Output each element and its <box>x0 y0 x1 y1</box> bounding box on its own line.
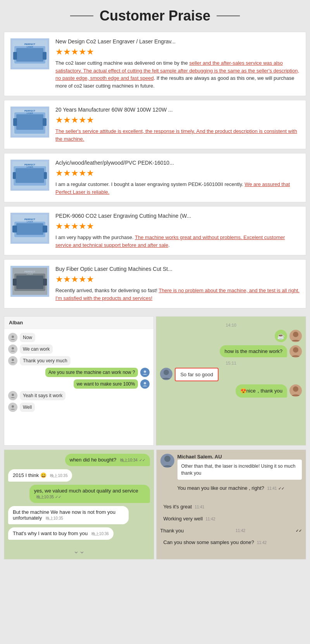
svg-point-40 <box>12 394 14 396</box>
review-text-plain-4: I am very happy with the purchase. <box>55 234 135 240</box>
user-avatar-right-3 <box>289 384 302 397</box>
chat-timestamp-1410: 14:10 <box>160 323 302 327</box>
svg-rect-3 <box>13 52 17 60</box>
checkmark-2r: ✓✓ <box>278 486 284 491</box>
ws-checkmark-1: ✓✓ <box>139 458 145 462</box>
review-card-2: PERFECT LASER 20 Years Manufacturer 60W … <box>4 100 306 149</box>
right-msg-5: Thank you <box>160 527 184 535</box>
svg-rect-32 <box>43 279 47 286</box>
chat-bottom-right: Michael Salem. AU Other than that, the l… <box>156 449 307 560</box>
user-avatar-right-2 <box>289 345 302 358</box>
review-product-name-5: Buy Fiber Optic Laser Cutting Machines C… <box>55 266 300 272</box>
right-chat-bubble-1: Other than that, the laser is incredible… <box>177 460 302 480</box>
ws-bubble-when: when did he bought? 晚上10:34 ✓✓ <box>65 454 150 466</box>
review-text-1: The co2 laser cutting machine was delive… <box>55 59 300 90</box>
review-image-4: PERFECT LASER <box>10 213 49 244</box>
svg-point-46 <box>164 456 170 462</box>
right-msg-4: Working very well <box>164 516 203 522</box>
page-title: Customer Praise <box>100 8 210 24</box>
avatar-right-1 <box>140 368 150 377</box>
ws-row-5: That's why I want to buy from you 晚上10:3… <box>8 527 150 540</box>
chat-row-machine-work: how is the machine work? <box>160 345 302 358</box>
chat-row-nice: 😍nice，thank you <box>160 384 302 398</box>
bubble-we-can-work: We can work <box>20 344 53 354</box>
svg-rect-24 <box>12 226 17 232</box>
review-stars-5: ★★★★★ <box>55 274 300 284</box>
reviews-container: PERFECT LASER New Design Co2 Laser Engra… <box>0 28 310 316</box>
svg-text:LASER: LASER <box>27 273 33 275</box>
review-content-2: 20 Years Manufacturer 60W 80W 100W 120W … <box>55 107 300 143</box>
review-product-name-2: 20 Years Manufacturer 60W 80W 100W 120W … <box>55 107 300 113</box>
review-stars-2: ★★★★★ <box>55 115 300 125</box>
right-msg-row-3: Yes it's great 11:41 <box>160 503 302 511</box>
right-msg-row-2: You mean you like our machine , right? 1… <box>160 484 302 498</box>
sender-name: Michael Salem. AU <box>177 454 302 460</box>
right-msg-row-4: Working very well 11:42 <box>160 515 302 523</box>
page-title-section: Customer Praise <box>0 0 310 28</box>
chat-emoji-row: ☕ <box>160 330 302 342</box>
chat-messages-alban: Now We can work Thank you very much Are … <box>4 329 153 445</box>
review-card-4: PERFECT LASER PEDK-9060 CO2 Laser Engrav… <box>4 206 306 255</box>
svg-point-37 <box>12 359 14 361</box>
ws-row-2: 2015 I think 😄 晚上10:35 <box>8 469 150 482</box>
avatar-alban-4 <box>8 391 17 400</box>
emoji-icon: ☕ <box>275 330 287 342</box>
review-image-3: PERFECT LASER <box>10 160 49 191</box>
avatar-alban-3 <box>8 356 17 365</box>
chat-bottom-left: when did he bought? 晚上10:34 ✓✓ 2015 I th… <box>4 449 154 560</box>
ws-bubble-not-from: But the machine We have now is not from … <box>8 506 129 524</box>
ws-text-2015: 2015 I think 😄 <box>13 472 46 478</box>
chat-header-alban: Alban <box>4 317 153 329</box>
ws-text-when: when did he bought? <box>70 457 117 463</box>
review-image-2: PERFECT LASER <box>10 107 49 138</box>
ws-bubble-valued: yes, we valued much about quality and se… <box>29 485 150 503</box>
review-card-1: PERFECT LASER New Design Co2 Laser Engra… <box>4 32 306 96</box>
svg-rect-11 <box>43 118 46 126</box>
bubble-100: we want to make sure 100% <box>74 379 138 389</box>
chat-msg-100: we want to make sure 100% <box>8 379 150 389</box>
ws-time-3: 晚上10:35 <box>36 495 54 499</box>
right-msg-row-6: Can you show some samples you done? 11:4… <box>160 539 302 547</box>
right-sender-row: Michael Salem. AU Other than that, the l… <box>160 454 302 480</box>
review-text-plain-1: The co2 laser cutting machine was delive… <box>55 60 189 66</box>
ws-row-3: yes, we valued much about quality and se… <box>8 485 150 503</box>
ws-checkmark-2: ✓✓ <box>55 495 61 499</box>
bubble-yeah: Yeah it says it work <box>20 391 65 400</box>
scroll-down-icon: ⌄⌄ <box>73 547 85 555</box>
ws-time-1: 晚上10:34 <box>120 458 138 462</box>
review-text-plain-3: I am a regular customer. I bought a lase… <box>55 181 245 187</box>
ws-text-thats-why: That's why I want to buy from you <box>13 530 88 536</box>
chat-msg-sure: Are you sure the machine can work now ? <box>8 368 150 377</box>
right-time-4: 11:42 <box>205 517 215 521</box>
bubble-nice: 😍nice，thank you <box>236 384 287 398</box>
chat-msg-well: Well <box>8 403 150 412</box>
chat-msg-yeah: Yeah it says it work <box>8 391 150 400</box>
ws-bubble-thats-why: That's why I want to buy from you 晚上10:3… <box>8 527 114 540</box>
avatar-alban-2 <box>8 344 17 354</box>
chat-msg-thank-you: Thank you very much <box>8 356 150 365</box>
bottom-chat-section: when did he bought? 晚上10:34 ✓✓ 2015 I th… <box>0 449 310 563</box>
review-text-plain-5: Recently arrived, thanks for delivering … <box>55 288 158 293</box>
chat-row-so-far: So far so good <box>160 368 302 381</box>
chat-box-right: 14:10 ☕ how is the machine work? 15:11 S… <box>156 316 306 446</box>
svg-point-35 <box>12 336 14 338</box>
chat-box-alban: Alban Now We can work Thank you very muc… <box>4 316 154 446</box>
review-text-5: Recently arrived, thanks for delivering … <box>55 287 300 302</box>
svg-point-45 <box>293 386 298 392</box>
bubble-machine-work: how is the machine work? <box>220 345 287 357</box>
ws-row-4: But the machine We have now is not from … <box>8 506 150 524</box>
right-msg-1: Other than that, the laser is incredible… <box>181 463 296 476</box>
ws-time-5: 晚上10:36 <box>91 532 109 536</box>
review-product-name-1: New Design Co2 Laser Engraver / Laser En… <box>55 38 300 45</box>
title-line-right <box>217 15 240 16</box>
user-avatar-left <box>160 368 172 380</box>
avatar-alban-1 <box>8 333 17 342</box>
svg-rect-23 <box>16 223 43 235</box>
review-card-5: PERFECT LASER Buy Fiber Optic Laser Cutt… <box>4 259 306 308</box>
chat-msg-we-can-work: We can work <box>8 344 150 354</box>
ws-text-valued: yes, we valued much about quality and se… <box>34 488 138 494</box>
svg-rect-30 <box>16 276 43 289</box>
svg-point-38 <box>144 370 146 373</box>
chat-timestamp-1511: 15:11 <box>160 361 302 365</box>
svg-rect-9 <box>16 114 43 130</box>
